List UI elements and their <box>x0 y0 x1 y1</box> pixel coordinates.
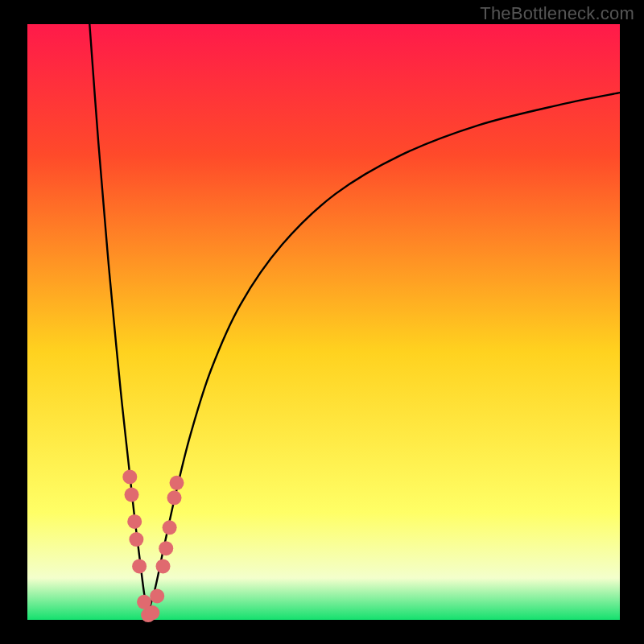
bottleneck-chart <box>0 0 644 644</box>
sample-dot <box>163 520 177 535</box>
chart-frame: TheBottleneck.com <box>0 0 644 644</box>
sample-dot <box>170 476 184 490</box>
sample-dot <box>156 559 171 573</box>
sample-dot <box>145 605 159 620</box>
sample-dot <box>132 559 147 573</box>
sample-dot <box>129 532 143 547</box>
sample-dot <box>127 514 142 529</box>
sample-dot <box>125 488 139 502</box>
sample-dot <box>159 541 173 555</box>
sample-dot <box>150 588 164 603</box>
sample-dot <box>167 490 182 505</box>
watermark-label: TheBottleneck.com <box>480 3 634 24</box>
sample-dot <box>122 469 137 484</box>
plot-background <box>27 24 620 620</box>
